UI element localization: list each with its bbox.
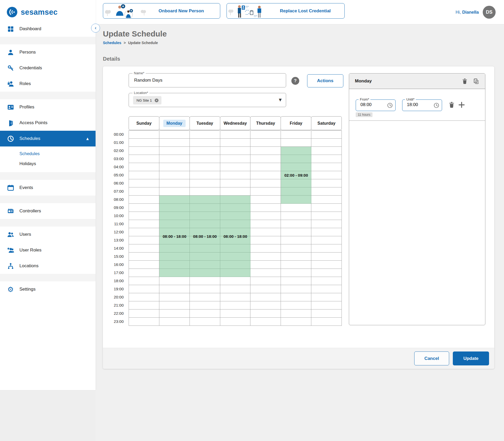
day-header-sunday[interactable]: Sunday [129,116,159,130]
calendar-cell[interactable] [250,139,281,147]
sidebar-item-users[interactable]: Users [0,227,96,242]
calendar-cell[interactable] [159,179,190,187]
calendar-cell[interactable] [281,236,311,244]
calendar-cell[interactable] [129,155,159,163]
calendar-cell[interactable] [311,309,342,318]
day-header-wednesday[interactable]: Wednesday [220,116,251,130]
calendar-cell[interactable] [159,155,190,163]
calendar-cell[interactable] [281,220,311,228]
calendar-cell[interactable] [311,228,342,236]
name-field[interactable]: Name* [129,73,286,87]
chevron-down-icon[interactable]: ▼ [279,98,282,102]
chevron-up-icon[interactable]: ▲ [86,137,89,140]
calendar-cell[interactable] [281,253,311,261]
from-time-field[interactable]: From* [356,99,396,111]
from-time-input[interactable] [360,102,381,108]
breadcrumb-link-schedules[interactable]: Schedules [103,41,121,45]
calendar-event-monday[interactable]: 08:00 - 18:00 [159,196,190,277]
calendar-event-friday[interactable]: 02:00 - 09:00 [281,147,311,204]
calendar-cell[interactable] [281,212,311,220]
calendar-cell[interactable] [311,163,342,171]
calendar-cell[interactable] [220,139,251,147]
calendar-cell[interactable] [129,301,159,309]
calendar-cell[interactable] [250,187,281,196]
sidebar-subitem-schedules[interactable]: Schedules [0,149,96,159]
calendar-cell[interactable] [129,187,159,196]
calendar-cell[interactable] [129,196,159,204]
sidebar-item-persons[interactable]: Persons [0,44,96,60]
calendar-cell[interactable] [190,293,220,301]
brand-logo[interactable]: sesamsec [0,0,96,21]
calendar-cell[interactable] [281,130,311,139]
calendar-cell[interactable] [311,220,342,228]
calendar-cell[interactable] [159,163,190,171]
copy-day-icon[interactable] [473,78,479,85]
calendar-cell[interactable] [250,285,281,293]
calendar-cell[interactable] [250,293,281,301]
calendar-cell[interactable] [311,179,342,187]
calendar-cell[interactable] [250,244,281,253]
calendar-cell[interactable] [250,130,281,139]
calendar-cell[interactable] [311,253,342,261]
calendar-cell[interactable] [311,139,342,147]
calendar-cell[interactable] [129,139,159,147]
calendar-cell[interactable] [311,196,342,204]
calendar-cell[interactable] [281,277,311,285]
calendar-cell[interactable] [220,130,251,139]
calendar-cell[interactable] [159,277,190,285]
until-time-field[interactable]: Until* [402,99,442,111]
calendar-cell[interactable] [311,212,342,220]
calendar-cell[interactable] [311,187,342,196]
calendar-cell[interactable] [190,285,220,293]
calendar-cell[interactable] [311,318,342,326]
calendar-cell[interactable] [250,147,281,155]
day-header-tuesday[interactable]: Tuesday [190,116,220,130]
calendar-grid[interactable]: 08:00 - 18:0008:00 - 18:0008:00 - 18:000… [129,130,342,326]
calendar-cell[interactable] [159,139,190,147]
calendar-cell[interactable] [281,204,311,212]
calendar-cell[interactable] [129,244,159,253]
calendar-cell[interactable] [129,236,159,244]
calendar-cell[interactable] [220,155,251,163]
calendar-cell[interactable] [159,171,190,179]
calendar-cell[interactable] [220,318,251,326]
calendar-cell[interactable] [220,187,251,196]
calendar-cell[interactable] [190,318,220,326]
calendar-cell[interactable] [311,277,342,285]
avatar[interactable]: DS [483,6,496,19]
sidebar-item-settings[interactable]: ⚙Settings [0,281,96,297]
sidebar-collapse-button[interactable]: ‹ [91,24,100,33]
calendar-cell[interactable] [159,301,190,309]
calendar-cell[interactable] [311,236,342,244]
calendar-cell[interactable] [220,277,251,285]
calendar-cell[interactable] [281,269,311,277]
calendar-cell[interactable] [311,301,342,309]
calendar-cell[interactable] [250,301,281,309]
calendar-cell[interactable] [129,253,159,261]
calendar-cell[interactable] [220,301,251,309]
calendar-cell[interactable] [129,318,159,326]
calendar-cell[interactable] [129,277,159,285]
calendar-cell[interactable] [250,155,281,163]
calendar-cell[interactable] [190,171,220,179]
calendar-cell[interactable] [129,130,159,139]
calendar-cell[interactable] [250,179,281,187]
calendar-cell[interactable] [281,244,311,253]
calendar-cell[interactable] [250,309,281,318]
calendar-cell[interactable] [159,285,190,293]
calendar-event-wednesday[interactable]: 08:00 - 18:00 [220,196,251,277]
calendar-cell[interactable] [311,285,342,293]
calendar-cell[interactable] [190,147,220,155]
calendar-cell[interactable] [129,293,159,301]
sidebar-item-events[interactable]: Events [0,180,96,196]
calendar-cell[interactable] [311,130,342,139]
sidebar-item-dashboard[interactable]: Dashboard [0,21,96,37]
calendar-cell[interactable] [281,309,311,318]
calendar-cell[interactable] [250,253,281,261]
clock-icon[interactable] [433,102,439,108]
sidebar-item-profiles[interactable]: Profiles [0,99,96,115]
calendar-cell[interactable] [311,244,342,253]
calendar-cell[interactable] [190,130,220,139]
calendar-cell[interactable] [250,220,281,228]
calendar-cell[interactable] [281,301,311,309]
